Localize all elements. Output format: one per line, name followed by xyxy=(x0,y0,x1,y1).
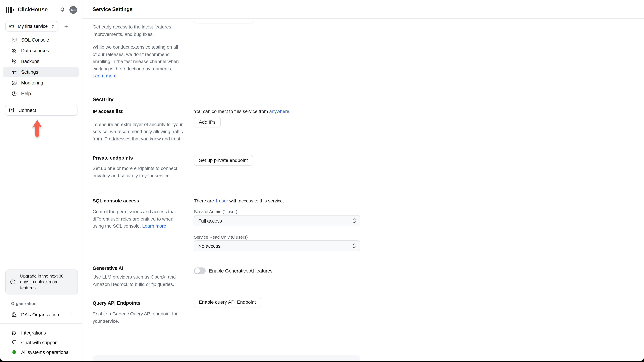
sidebar-item-data-sources[interactable]: Data sources xyxy=(3,45,79,56)
add-service-button[interactable] xyxy=(62,22,70,30)
generative-ai-toggle-label: Enable Generative AI features xyxy=(209,268,272,273)
sidebar-item-label: Help xyxy=(21,91,31,96)
annotation-arrow-up xyxy=(32,119,43,138)
aws-logo-icon: aws xyxy=(9,24,15,28)
one-user-link[interactable]: 1 user xyxy=(215,198,228,203)
chevron-updown-icon xyxy=(352,244,356,248)
sidebar-item-monitoring[interactable]: Monitoring xyxy=(3,77,79,88)
user-avatar[interactable]: DA xyxy=(70,6,77,13)
organization-row[interactable]: DA's Organization xyxy=(3,309,79,320)
release-channel-desc-1: Get early access to the latest features,… xyxy=(92,23,180,38)
sidebar-nav: SQL Console Data sources Backups Setting… xyxy=(3,34,79,99)
chevron-right-icon xyxy=(69,312,74,317)
sidebar-item-label: Data sources xyxy=(21,48,49,53)
sidebar-item-integrations[interactable]: Integrations xyxy=(3,328,79,338)
chevron-updown-icon xyxy=(51,24,55,28)
chevron-updown-icon xyxy=(352,218,356,223)
sidebar-item-chat-support[interactable]: Chat with support xyxy=(3,338,79,347)
notifications-bell-icon[interactable] xyxy=(59,6,66,13)
query-api-row: Query API Endpoints Enable a Generic Que… xyxy=(92,297,360,325)
chat-bubble-icon xyxy=(11,339,17,346)
setup-private-endpoint-button[interactable]: Set up private endpoint xyxy=(194,155,253,166)
next-section-panel-cutoff xyxy=(92,355,360,361)
service-selector[interactable]: aws My first service xyxy=(5,21,58,31)
sidebar-item-help[interactable]: Help xyxy=(3,88,79,99)
organization-building-icon xyxy=(11,312,17,318)
add-ips-button[interactable]: Add IPs xyxy=(194,117,220,127)
generative-ai-row: Generative AI Use LLM providers such as … xyxy=(92,265,360,288)
sql-access-summary: There are 1 user with access to this ser… xyxy=(194,198,360,204)
connect-icon xyxy=(8,107,14,113)
settings-content: Get early access to the latest features,… xyxy=(92,19,360,361)
service-readonly-select[interactable]: No access xyxy=(194,240,360,251)
sidebar-item-settings[interactable]: Settings xyxy=(3,67,79,77)
sidebar: ClickHouse DA aws My first service xyxy=(0,0,82,361)
clickhouse-logo-icon xyxy=(6,6,14,13)
ip-access-row: IP access list To ensure an extra layer … xyxy=(92,108,360,142)
ip-access-label: IP access list xyxy=(92,108,194,114)
service-name: My first service xyxy=(18,24,48,29)
footer-item-label: Chat with support xyxy=(21,340,58,345)
service-selector-row: aws My first service xyxy=(0,18,82,31)
security-heading: Security xyxy=(92,96,360,102)
service-admin-select[interactable]: Full access xyxy=(194,215,360,226)
settings-sliders-icon xyxy=(11,69,17,75)
svg-text:aws: aws xyxy=(9,24,14,27)
upgrade-notice[interactable]: Upgrade in the next 30 days to unlock mo… xyxy=(5,270,78,294)
backups-history-icon xyxy=(11,58,17,64)
sql-access-learn-more-link[interactable]: Learn more xyxy=(142,223,166,229)
status-green-dot-icon xyxy=(12,350,16,354)
sidebar-header: ClickHouse DA xyxy=(0,0,82,18)
sidebar-item-label: Settings xyxy=(21,69,38,75)
system-status-row[interactable]: All systems operational xyxy=(3,347,79,357)
clickhouse-console-window: ClickHouse DA aws My first service xyxy=(0,0,644,361)
query-api-label: Query API Endpoints xyxy=(92,300,194,306)
data-sources-icon xyxy=(11,48,17,54)
clickhouse-brand[interactable]: ClickHouse xyxy=(6,6,48,13)
brand-name: ClickHouse xyxy=(18,6,48,13)
sidebar-item-backups[interactable]: Backups xyxy=(3,56,79,67)
sql-console-icon xyxy=(11,37,17,43)
query-api-desc: Enable a Generic Query API endpoint for … xyxy=(92,310,184,325)
footer-item-label: Integrations xyxy=(21,330,46,335)
release-channel-desc-2: While we conduct extensive testing on al… xyxy=(92,43,183,80)
sidebar-item-sql-console[interactable]: SQL Console xyxy=(3,34,79,45)
monitoring-chart-icon xyxy=(11,80,17,86)
help-question-icon xyxy=(11,90,17,96)
sidebar-item-label: SQL Console xyxy=(21,37,49,42)
sql-access-label: SQL console access xyxy=(92,198,194,204)
sidebar-item-label: Backups xyxy=(21,59,39,64)
generative-ai-toggle[interactable] xyxy=(194,267,206,274)
ip-access-desc: To ensure an extra layer of security for… xyxy=(92,121,184,142)
organization-section-label: Organization xyxy=(0,301,82,306)
anywhere-link[interactable]: anywhere xyxy=(269,108,289,114)
sql-console-access-row: SQL console access Control the permissio… xyxy=(92,198,360,251)
connect-button-label: Connect xyxy=(18,107,36,113)
upgrade-notice-text: Upgrade in the next 30 days to unlock mo… xyxy=(20,273,74,291)
integrations-puzzle-icon xyxy=(11,330,17,336)
sidebar-divider xyxy=(0,324,82,324)
organization-name: DA's Organization xyxy=(21,312,59,317)
service-readonly-value: No access xyxy=(198,243,220,249)
enable-query-api-button[interactable]: Enable query API Endpoint xyxy=(194,297,261,307)
sidebar-item-label: Monitoring xyxy=(21,80,43,85)
ip-access-summary: You can connect to this service from any… xyxy=(194,108,360,114)
private-endpoints-row: Private endpoints Set up one or more end… xyxy=(92,155,360,179)
clock-icon xyxy=(10,279,16,285)
main-area: Service Settings Get early access to the… xyxy=(82,0,644,361)
release-learn-more-link[interactable]: Learn more xyxy=(92,73,116,78)
page-title: Service Settings xyxy=(92,6,132,12)
generative-ai-label: Generative AI xyxy=(92,265,194,271)
connect-button[interactable]: Connect xyxy=(5,105,78,116)
page-header: Service Settings xyxy=(82,0,644,19)
sidebar-bottom: Upgrade in the next 30 days to unlock mo… xyxy=(0,270,82,361)
service-admin-label: Service Admin (1 user) xyxy=(194,209,360,215)
private-endpoints-label: Private endpoints xyxy=(92,155,194,161)
toggle-knob xyxy=(194,268,200,273)
private-endpoints-desc: Set up one or more endpoints to connect … xyxy=(92,165,184,179)
service-readonly-label: Service Read Only (0 users) xyxy=(194,234,360,240)
generative-ai-desc: Use LLM providers such as OpenAI and Ama… xyxy=(92,274,184,288)
service-admin-value: Full access xyxy=(198,218,222,223)
sql-access-desc: Control the permissions and access that … xyxy=(92,208,184,230)
system-status-text: All systems operational xyxy=(21,350,70,355)
